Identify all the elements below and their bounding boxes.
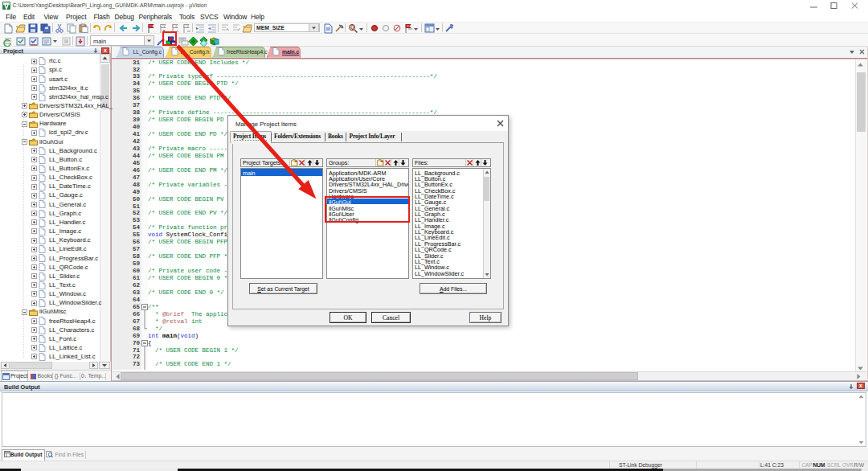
svg-text:Q: Q (350, 24, 354, 31)
